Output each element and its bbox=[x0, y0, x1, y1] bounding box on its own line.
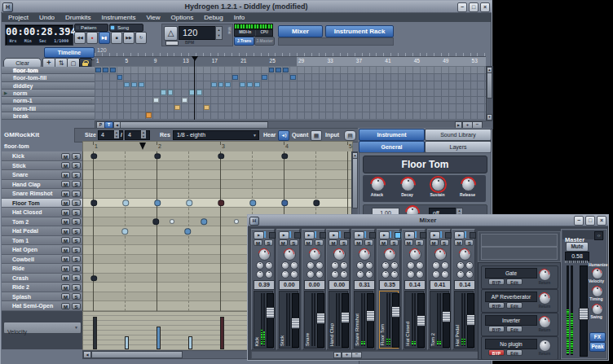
note-hat-pedal[interactable] bbox=[184, 228, 191, 235]
fx-send-knob[interactable] bbox=[265, 261, 273, 270]
song-vertical-scrollbar[interactable]: ▲ ▼ bbox=[486, 66, 493, 121]
song-playhead-marker[interactable] bbox=[192, 56, 198, 61]
song-cell-norm[interactable] bbox=[168, 90, 174, 94]
strip-fader-handle[interactable] bbox=[291, 318, 300, 329]
song-cell-diddley[interactable] bbox=[211, 82, 217, 87]
song-pattern-row-floor-tom[interactable]: floor-tom bbox=[2, 67, 95, 74]
note-tom-2[interactable] bbox=[234, 219, 239, 224]
note-tom-2[interactable] bbox=[152, 219, 159, 226]
fx-edit-button[interactable]: Edit bbox=[506, 349, 523, 356]
instrument-row-tom-1[interactable]: Tom 1MS bbox=[2, 236, 83, 246]
fx-send-knob[interactable] bbox=[365, 270, 373, 278]
strip-pan-knob[interactable] bbox=[459, 248, 471, 261]
pattern-playhead-marker[interactable] bbox=[139, 143, 146, 150]
fx-bypass-button[interactable]: BYP bbox=[488, 349, 505, 356]
fx-send-knob[interactable] bbox=[315, 261, 324, 270]
tab-instrument[interactable]: Instrument bbox=[359, 129, 425, 141]
solo-button[interactable]: S bbox=[72, 303, 81, 309]
fx-send-knob[interactable] bbox=[306, 270, 315, 278]
strip-solo-button[interactable]: S bbox=[315, 239, 324, 246]
note-tom-2[interactable] bbox=[201, 219, 207, 226]
fx-send-knob[interactable] bbox=[465, 261, 474, 270]
fx-send-knob[interactable] bbox=[331, 270, 339, 278]
solo-button[interactable]: S bbox=[72, 200, 81, 206]
pattern-grid-row[interactable] bbox=[83, 180, 352, 190]
master-timing-knob[interactable] bbox=[592, 286, 603, 297]
fx-bypass-button[interactable]: BYP bbox=[488, 326, 505, 332]
strip-solo-button[interactable]: S bbox=[390, 239, 399, 246]
fx-edit-button[interactable]: Edit bbox=[506, 326, 523, 332]
song-cell-floor-tom[interactable] bbox=[103, 68, 108, 72]
instrument-row-cowbell[interactable]: CowbellMS bbox=[2, 255, 83, 265]
solo-button[interactable]: S bbox=[72, 274, 81, 281]
song-cell-floor-tom[interactable] bbox=[110, 68, 116, 72]
fx-send-knob[interactable] bbox=[290, 270, 298, 278]
strip-fader-handle[interactable] bbox=[466, 314, 475, 326]
minimize-button[interactable]: − bbox=[574, 216, 584, 226]
song-pattern-row-floor-tom-fill[interactable]: floor-tom-fill bbox=[2, 74, 95, 81]
song-cell-floor-tom[interactable] bbox=[283, 68, 289, 72]
mute-button[interactable]: M bbox=[61, 265, 70, 272]
fx-return-knob[interactable] bbox=[539, 316, 551, 328]
strip-play-button[interactable]: ▶ bbox=[454, 231, 465, 239]
song-cell-diddley[interactable] bbox=[247, 82, 253, 87]
attack-knob[interactable] bbox=[371, 178, 385, 191]
strip-fader-handle[interactable] bbox=[341, 312, 350, 323]
tempo-ruler[interactable]: 120 bbox=[95, 46, 486, 56]
note-kick[interactable] bbox=[154, 153, 161, 160]
velocity-bar[interactable] bbox=[220, 317, 224, 349]
size-denominator[interactable]: 4 bbox=[125, 130, 150, 140]
song-cell-diddley[interactable] bbox=[218, 82, 224, 87]
solo-button[interactable]: S bbox=[72, 162, 81, 169]
master-velocity-knob[interactable] bbox=[592, 268, 603, 279]
mute-button[interactable]: M bbox=[61, 153, 70, 160]
solo-button[interactable]: S bbox=[72, 284, 81, 291]
solo-button[interactable]: S bbox=[72, 172, 81, 178]
loop-button[interactable]: ↻ bbox=[135, 32, 147, 44]
song-pattern-row-norm-fill[interactable]: norm-fill bbox=[2, 105, 95, 112]
strip-solo-button[interactable]: S bbox=[264, 239, 273, 246]
maximize-button[interactable]: □ bbox=[469, 2, 478, 12]
strip-mute-button[interactable]: M bbox=[254, 239, 262, 246]
fx-send-knob[interactable] bbox=[416, 261, 424, 270]
song-cell-diddley[interactable] bbox=[131, 82, 137, 87]
tab-general[interactable]: General bbox=[359, 141, 425, 153]
fx-edit-button[interactable]: Edit bbox=[506, 278, 523, 285]
fx-send-knob[interactable] bbox=[465, 270, 474, 278]
song-cell-floor-tom-fill[interactable] bbox=[290, 75, 296, 80]
show-peaks-button[interactable]: Peak bbox=[589, 342, 606, 352]
jack-transport-button[interactable]: J.Trans bbox=[234, 37, 254, 46]
note-floor-tom[interactable] bbox=[186, 200, 192, 207]
stop-button[interactable]: ■ bbox=[111, 32, 122, 44]
bpm-spinner[interactable]: ▲▼ bbox=[215, 26, 223, 40]
menu-item-info[interactable]: Info bbox=[234, 13, 245, 22]
pattern-grid-row[interactable] bbox=[83, 189, 352, 199]
menu-item-project[interactable]: Project bbox=[8, 13, 29, 22]
instrument-row-snare[interactable]: SnareMS bbox=[2, 170, 83, 180]
song-cell-floor-tom[interactable] bbox=[95, 68, 101, 72]
timeline-button[interactable]: Timeline bbox=[44, 47, 95, 58]
mixer-strips-scrollbar[interactable]: ▶ + − bbox=[251, 351, 479, 359]
menu-item-options[interactable]: Options bbox=[171, 13, 194, 22]
pattern-grid-row[interactable] bbox=[83, 170, 352, 180]
strip-solo-button[interactable]: S bbox=[415, 239, 424, 246]
strip-pan-knob[interactable] bbox=[384, 248, 396, 261]
pattern-grid-row[interactable] bbox=[83, 161, 352, 171]
solo-button[interactable]: S bbox=[72, 181, 81, 187]
song-cell-norm[interactable] bbox=[161, 90, 166, 94]
mute-button[interactable]: M bbox=[61, 247, 70, 253]
menu-item-view[interactable]: View bbox=[146, 13, 160, 22]
fx-send-knob[interactable] bbox=[281, 261, 289, 270]
fx-send-knob[interactable] bbox=[356, 270, 364, 278]
song-pattern-row-norm-1[interactable]: norm-1 bbox=[2, 97, 95, 104]
menu-item-drumkits[interactable]: Drumkits bbox=[65, 13, 91, 22]
mixer-button[interactable]: Mixer bbox=[278, 25, 323, 37]
mute-button[interactable]: M bbox=[61, 209, 70, 216]
fx-send-knob[interactable] bbox=[315, 270, 324, 278]
mixer-titlebar[interactable]: H Mixer − □ × bbox=[248, 215, 608, 226]
song-cell-norm-fill[interactable] bbox=[204, 105, 209, 110]
song-pattern-row-norm[interactable]: norm▶ bbox=[2, 90, 95, 97]
solo-button[interactable]: S bbox=[72, 228, 81, 235]
solo-button[interactable]: S bbox=[72, 247, 81, 253]
fx-bypass-button[interactable]: BYP bbox=[488, 278, 505, 285]
